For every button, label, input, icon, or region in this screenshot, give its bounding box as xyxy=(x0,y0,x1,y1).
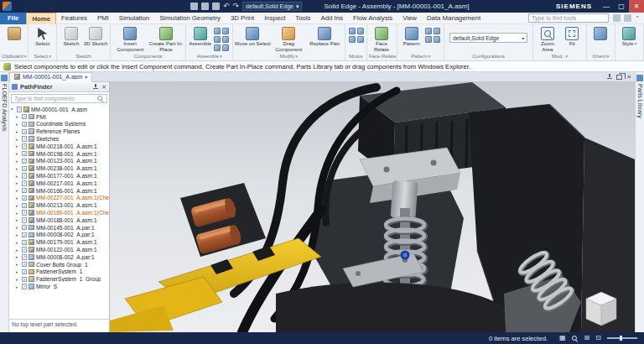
pathfinder-item[interactable]: Reference Planes xyxy=(9,128,109,135)
expand-icon[interactable] xyxy=(16,277,20,282)
tab-tools[interactable]: Tools xyxy=(290,13,315,24)
collapse-ribbon-icon[interactable]: ⌃ xyxy=(635,15,640,22)
fit-button[interactable]: Fit xyxy=(560,26,584,47)
group-label-orient[interactable]: Orient xyxy=(587,53,615,60)
expand-icon[interactable] xyxy=(16,217,20,222)
pathfinder-item[interactable]: MM-00213-001_A.asm:1 xyxy=(9,201,109,209)
visibility-checkbox[interactable] xyxy=(22,159,27,164)
insert-component-button[interactable]: Insert Component xyxy=(112,26,148,53)
pathfinder-item[interactable]: MM-00145-001_A.par:1 xyxy=(9,224,109,232)
pathfinder-item[interactable]: Sketches xyxy=(9,135,109,143)
visibility-checkbox[interactable] xyxy=(22,151,27,156)
assemble-tool-icon[interactable] xyxy=(222,36,229,43)
close-document-icon[interactable]: ✕ xyxy=(626,74,631,81)
visibility-checkbox[interactable] xyxy=(22,143,27,149)
pathfinder-item[interactable]: FastenerSystem_1 xyxy=(9,268,109,276)
fit-view-icon[interactable]: ⊡ xyxy=(595,334,601,342)
pathfinder-item[interactable]: MM-00177-001_A.asm:1 xyxy=(9,172,109,180)
close-panel-icon[interactable]: ✕ xyxy=(101,84,106,91)
pattern-tool-icon[interactable] xyxy=(425,28,432,34)
tab-simulation[interactable]: Simulation xyxy=(114,13,154,24)
tab-pmi[interactable]: PMI xyxy=(92,13,114,24)
expand-icon[interactable] xyxy=(16,122,20,127)
visibility-checkbox[interactable] xyxy=(22,188,27,193)
tab-3d-print[interactable]: 3D Print xyxy=(226,13,259,24)
base-fender[interactable] xyxy=(276,283,506,332)
assemble-tool-icon[interactable] xyxy=(214,36,221,43)
group-label-pattern[interactable]: Pattern xyxy=(397,53,444,60)
orient-button[interactable] xyxy=(589,26,613,40)
pathfinder-item[interactable]: MM-00008-002_A.par:1 xyxy=(9,253,109,261)
assemble-tool-icon[interactable] xyxy=(222,44,229,51)
visibility-checkbox[interactable] xyxy=(22,129,27,134)
visibility-checkbox[interactable] xyxy=(22,232,27,237)
pathfinder-item[interactable]: Cover Bolts Group_1 xyxy=(9,261,109,268)
drag-component-button[interactable]: Drag Component xyxy=(271,26,307,53)
redo-icon[interactable]: ↷ xyxy=(233,3,240,10)
chevron-down-icon[interactable]: ▾ xyxy=(85,74,87,80)
expand-icon[interactable] xyxy=(16,143,20,149)
visibility-checkbox[interactable] xyxy=(22,114,27,119)
visibility-checkbox[interactable] xyxy=(22,217,27,222)
expand-icon[interactable] xyxy=(16,240,20,245)
pattern-tool-icon[interactable] xyxy=(434,28,440,34)
expand-icon[interactable] xyxy=(16,211,20,216)
expand-icon[interactable] xyxy=(16,195,20,201)
3d-sketch-button[interactable]: 3D Sketch xyxy=(84,26,108,47)
tab-home[interactable]: Home xyxy=(26,13,56,24)
expand-icon[interactable] xyxy=(16,180,20,185)
visibility-checkbox[interactable] xyxy=(22,269,27,274)
expand-icon[interactable] xyxy=(16,284,20,289)
group-label-components[interactable]: Components xyxy=(111,53,186,60)
visibility-checkbox[interactable] xyxy=(22,225,27,230)
expand-icon[interactable] xyxy=(16,232,20,237)
move-button[interactable]: Move on Select xyxy=(235,26,271,47)
pathfinder-item[interactable]: MM-00218-001_A.asm:1 xyxy=(9,143,109,150)
zoom-area-icon[interactable]: ⊞ xyxy=(584,334,590,342)
tab-view[interactable]: View xyxy=(397,13,422,24)
app-logo-icon[interactable] xyxy=(3,2,12,11)
group-label-motos[interactable]: Motos xyxy=(345,53,366,60)
motor-tool-icon[interactable] xyxy=(357,36,364,43)
zoom-area-button[interactable]: Zoom Area xyxy=(535,26,559,53)
dock-floefd-analysis[interactable]: FLOEFD Analysis xyxy=(0,72,9,332)
tab-file[interactable]: File xyxy=(0,13,26,24)
tab-simulation-geometry[interactable]: Simulation Geometry xyxy=(154,13,226,24)
pattern-tool-icon[interactable] xyxy=(434,36,440,43)
visibility-checkbox[interactable] xyxy=(22,277,27,282)
tab-features[interactable]: Features xyxy=(56,13,92,24)
copper-bushings[interactable] xyxy=(180,183,266,257)
tab-add-ins[interactable]: Add Ins xyxy=(316,13,348,24)
group-label-mod[interactable]: Mod.. xyxy=(533,53,585,60)
tab-inspect[interactable]: Inspect xyxy=(259,13,290,24)
face-relate-button[interactable]: Face Relate xyxy=(369,26,394,53)
open-document-icon[interactable] xyxy=(201,3,209,10)
assemble-tool-icon[interactable] xyxy=(222,28,229,34)
select-button[interactable]: Select xyxy=(30,26,55,47)
pathfinder-item[interactable]: MM-00001-001_A.asm xyxy=(9,106,109,113)
visibility-checkbox[interactable] xyxy=(22,247,27,252)
paste-button[interactable] xyxy=(2,26,26,40)
pathfinder-item[interactable]: MM-00188-001_A.asm:1 xyxy=(9,216,109,224)
close-button[interactable]: ✕ xyxy=(629,0,644,13)
pathfinder-item[interactable]: MM-00008-002_A.par:1 xyxy=(9,232,109,239)
expand-icon[interactable] xyxy=(16,203,20,208)
motor-tool-icon[interactable] xyxy=(357,28,364,34)
pattern-tool-icon[interactable] xyxy=(425,36,432,43)
pin-icon[interactable] xyxy=(606,74,612,81)
motor-tool-icon[interactable] xyxy=(349,36,356,43)
visibility-checkbox[interactable] xyxy=(22,173,27,178)
pathfinder-item[interactable]: PMI xyxy=(9,113,109,121)
assemble-tool-icon[interactable] xyxy=(214,44,221,51)
visibility-checkbox[interactable] xyxy=(17,107,22,112)
pathfinder-item[interactable]: MM-00198-001_A.asm:1 xyxy=(9,150,109,158)
blue-bolt[interactable] xyxy=(401,251,410,260)
visibility-checkbox[interactable] xyxy=(22,262,27,267)
visibility-checkbox[interactable] xyxy=(22,122,27,127)
visibility-checkbox[interactable] xyxy=(22,166,27,171)
pathfinder-item[interactable]: Coordinate Systems xyxy=(9,121,109,128)
visibility-checkbox[interactable] xyxy=(22,284,27,289)
restore-document-icon[interactable] xyxy=(616,75,622,80)
visibility-checkbox[interactable] xyxy=(22,254,27,259)
pathfinder-item[interactable]: MM-00123-001_A.asm:1 xyxy=(9,158,109,165)
